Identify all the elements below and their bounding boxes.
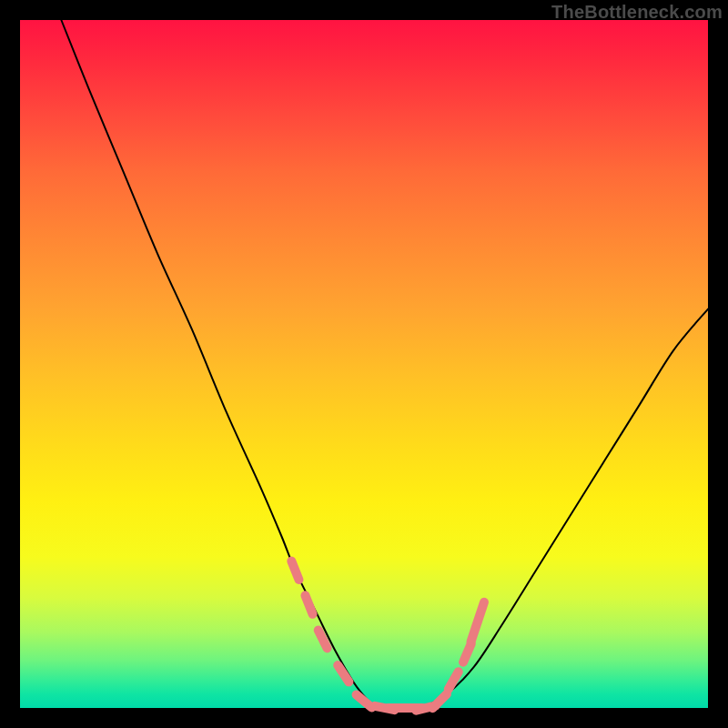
highlight-marker (338, 665, 349, 682)
highlight-marker (470, 622, 477, 642)
chart-frame: TheBottleneck.com (0, 0, 728, 728)
highlight-marker (478, 602, 484, 622)
curve-group (61, 20, 708, 710)
bottleneck-curve (61, 20, 708, 710)
highlight-marker (463, 643, 471, 662)
curve-svg (20, 20, 708, 708)
highlight-marker (291, 561, 298, 580)
plot-area (20, 20, 708, 708)
highlight-marker (432, 694, 447, 709)
highlight-marker (305, 595, 312, 613)
highlight-marker (357, 694, 372, 707)
